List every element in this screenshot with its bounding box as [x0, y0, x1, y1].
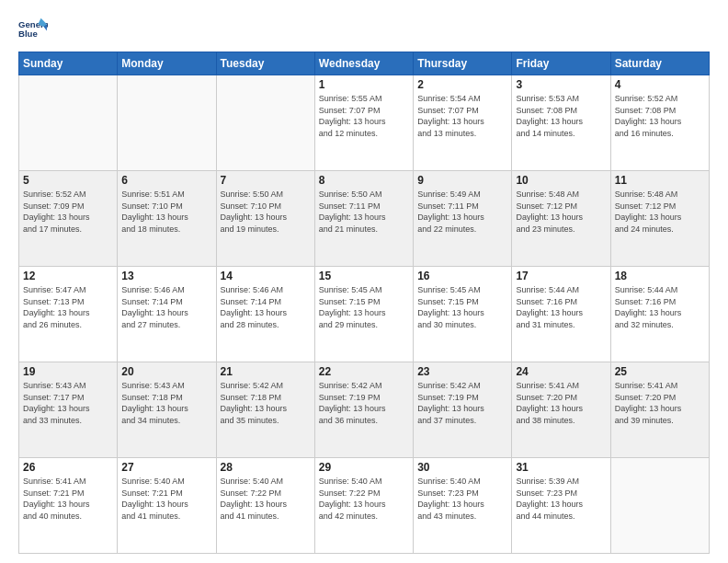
calendar-cell: 27Sunrise: 5:40 AM Sunset: 7:21 PM Dayli… — [118, 458, 216, 554]
day-info: Sunrise: 5:40 AM Sunset: 7:23 PM Dayligh… — [417, 476, 507, 522]
calendar-cell: 22Sunrise: 5:42 AM Sunset: 7:19 PM Dayli… — [314, 362, 413, 458]
day-number: 12 — [23, 270, 113, 282]
calendar-cell: 13Sunrise: 5:46 AM Sunset: 7:14 PM Dayli… — [118, 267, 216, 362]
day-number: 19 — [23, 365, 113, 378]
day-number: 5 — [23, 174, 113, 187]
calendar-cell: 23Sunrise: 5:42 AM Sunset: 7:19 PM Dayli… — [414, 362, 512, 458]
header-tuesday: Tuesday — [216, 52, 314, 75]
logo: General Blue — [18, 15, 48, 44]
day-number: 11 — [615, 174, 705, 187]
calendar-cell: 1Sunrise: 5:55 AM Sunset: 7:07 PM Daylig… — [314, 75, 413, 171]
day-info: Sunrise: 5:54 AM Sunset: 7:07 PM Dayligh… — [417, 93, 507, 139]
day-info: Sunrise: 5:40 AM Sunset: 7:22 PM Dayligh… — [221, 476, 311, 522]
calendar-cell: 24Sunrise: 5:41 AM Sunset: 7:20 PM Dayli… — [512, 362, 610, 458]
day-number: 21 — [221, 365, 311, 378]
calendar-cell: 12Sunrise: 5:47 AM Sunset: 7:13 PM Dayli… — [19, 267, 118, 362]
day-info: Sunrise: 5:40 AM Sunset: 7:21 PM Dayligh… — [121, 476, 211, 522]
calendar-cell: 31Sunrise: 5:39 AM Sunset: 7:23 PM Dayli… — [512, 458, 610, 554]
day-number: 3 — [516, 78, 606, 91]
calendar-cell: 29Sunrise: 5:40 AM Sunset: 7:22 PM Dayli… — [314, 458, 413, 554]
calendar-cell — [610, 458, 709, 554]
header: General Blue — [18, 15, 710, 44]
day-info: Sunrise: 5:45 AM Sunset: 7:15 PM Dayligh… — [319, 284, 409, 330]
day-info: Sunrise: 5:55 AM Sunset: 7:07 PM Dayligh… — [319, 93, 409, 139]
day-info: Sunrise: 5:53 AM Sunset: 7:08 PM Dayligh… — [516, 93, 606, 139]
day-info: Sunrise: 5:49 AM Sunset: 7:11 PM Dayligh… — [417, 189, 507, 235]
header-saturday: Saturday — [610, 52, 709, 75]
calendar-cell: 10Sunrise: 5:48 AM Sunset: 7:12 PM Dayli… — [512, 171, 610, 267]
calendar-cell: 5Sunrise: 5:52 AM Sunset: 7:09 PM Daylig… — [19, 171, 118, 267]
calendar-cell: 19Sunrise: 5:43 AM Sunset: 7:17 PM Dayli… — [19, 362, 118, 458]
calendar-cell: 20Sunrise: 5:43 AM Sunset: 7:18 PM Dayli… — [118, 362, 216, 458]
day-number: 23 — [417, 365, 507, 378]
week-row-4: 19Sunrise: 5:43 AM Sunset: 7:17 PM Dayli… — [19, 362, 710, 458]
day-info: Sunrise: 5:48 AM Sunset: 7:12 PM Dayligh… — [516, 189, 606, 235]
calendar-cell — [216, 75, 314, 171]
day-number: 16 — [417, 270, 507, 282]
day-number: 26 — [23, 461, 113, 474]
header-monday: Monday — [118, 52, 216, 75]
day-number: 31 — [516, 461, 606, 474]
day-info: Sunrise: 5:47 AM Sunset: 7:13 PM Dayligh… — [23, 284, 113, 330]
day-info: Sunrise: 5:50 AM Sunset: 7:10 PM Dayligh… — [221, 189, 311, 235]
day-number: 20 — [121, 365, 211, 378]
calendar-cell: 7Sunrise: 5:50 AM Sunset: 7:10 PM Daylig… — [216, 171, 314, 267]
calendar-cell: 17Sunrise: 5:44 AM Sunset: 7:16 PM Dayli… — [512, 267, 610, 362]
day-number: 14 — [221, 270, 311, 282]
calendar-cell: 9Sunrise: 5:49 AM Sunset: 7:11 PM Daylig… — [414, 171, 512, 267]
calendar-cell: 16Sunrise: 5:45 AM Sunset: 7:15 PM Dayli… — [414, 267, 512, 362]
week-row-2: 5Sunrise: 5:52 AM Sunset: 7:09 PM Daylig… — [19, 171, 710, 267]
day-info: Sunrise: 5:50 AM Sunset: 7:11 PM Dayligh… — [319, 189, 409, 235]
day-number: 4 — [615, 78, 705, 91]
calendar-cell: 8Sunrise: 5:50 AM Sunset: 7:11 PM Daylig… — [314, 171, 413, 267]
day-number: 2 — [417, 78, 507, 91]
day-number: 15 — [319, 270, 409, 282]
day-number: 17 — [516, 270, 606, 282]
calendar-header-row: SundayMondayTuesdayWednesdayThursdayFrid… — [19, 52, 710, 75]
header-thursday: Thursday — [414, 52, 512, 75]
day-number: 30 — [417, 461, 507, 474]
day-number: 9 — [417, 174, 507, 187]
calendar-cell: 26Sunrise: 5:41 AM Sunset: 7:21 PM Dayli… — [19, 458, 118, 554]
day-number: 28 — [221, 461, 311, 474]
calendar-cell — [19, 75, 118, 171]
header-sunday: Sunday — [19, 52, 118, 75]
day-number: 1 — [319, 78, 409, 91]
week-row-1: 1Sunrise: 5:55 AM Sunset: 7:07 PM Daylig… — [19, 75, 710, 171]
calendar-cell: 14Sunrise: 5:46 AM Sunset: 7:14 PM Dayli… — [216, 267, 314, 362]
day-number: 8 — [319, 174, 409, 187]
calendar-cell: 3Sunrise: 5:53 AM Sunset: 7:08 PM Daylig… — [512, 75, 610, 171]
day-number: 6 — [121, 174, 211, 187]
day-info: Sunrise: 5:43 AM Sunset: 7:18 PM Dayligh… — [121, 380, 211, 426]
day-info: Sunrise: 5:46 AM Sunset: 7:14 PM Dayligh… — [221, 284, 311, 330]
day-number: 7 — [221, 174, 311, 187]
day-number: 25 — [615, 365, 705, 378]
calendar-cell: 6Sunrise: 5:51 AM Sunset: 7:10 PM Daylig… — [118, 171, 216, 267]
day-info: Sunrise: 5:42 AM Sunset: 7:19 PM Dayligh… — [417, 380, 507, 426]
calendar-table: SundayMondayTuesdayWednesdayThursdayFrid… — [18, 52, 710, 554]
day-number: 10 — [516, 174, 606, 187]
day-info: Sunrise: 5:44 AM Sunset: 7:16 PM Dayligh… — [516, 284, 606, 330]
day-info: Sunrise: 5:43 AM Sunset: 7:17 PM Dayligh… — [23, 380, 113, 426]
day-info: Sunrise: 5:45 AM Sunset: 7:15 PM Dayligh… — [417, 284, 507, 330]
header-wednesday: Wednesday — [314, 52, 413, 75]
day-info: Sunrise: 5:41 AM Sunset: 7:20 PM Dayligh… — [516, 380, 606, 426]
day-info: Sunrise: 5:42 AM Sunset: 7:18 PM Dayligh… — [221, 380, 311, 426]
calendar-cell: 18Sunrise: 5:44 AM Sunset: 7:16 PM Dayli… — [610, 267, 709, 362]
calendar-cell: 30Sunrise: 5:40 AM Sunset: 7:23 PM Dayli… — [414, 458, 512, 554]
calendar-cell — [118, 75, 216, 171]
day-info: Sunrise: 5:51 AM Sunset: 7:10 PM Dayligh… — [121, 189, 211, 235]
calendar-cell: 11Sunrise: 5:48 AM Sunset: 7:12 PM Dayli… — [610, 171, 709, 267]
calendar-cell: 21Sunrise: 5:42 AM Sunset: 7:18 PM Dayli… — [216, 362, 314, 458]
day-number: 27 — [121, 461, 211, 474]
logo-svg: General Blue — [18, 15, 48, 44]
week-row-5: 26Sunrise: 5:41 AM Sunset: 7:21 PM Dayli… — [19, 458, 710, 554]
calendar-cell: 15Sunrise: 5:45 AM Sunset: 7:15 PM Dayli… — [314, 267, 413, 362]
day-number: 18 — [615, 270, 705, 282]
week-row-3: 12Sunrise: 5:47 AM Sunset: 7:13 PM Dayli… — [19, 267, 710, 362]
calendar-cell: 25Sunrise: 5:41 AM Sunset: 7:20 PM Dayli… — [610, 362, 709, 458]
svg-text:Blue: Blue — [18, 29, 38, 39]
day-number: 24 — [516, 365, 606, 378]
calendar-cell: 2Sunrise: 5:54 AM Sunset: 7:07 PM Daylig… — [414, 75, 512, 171]
day-info: Sunrise: 5:52 AM Sunset: 7:08 PM Dayligh… — [615, 93, 705, 139]
